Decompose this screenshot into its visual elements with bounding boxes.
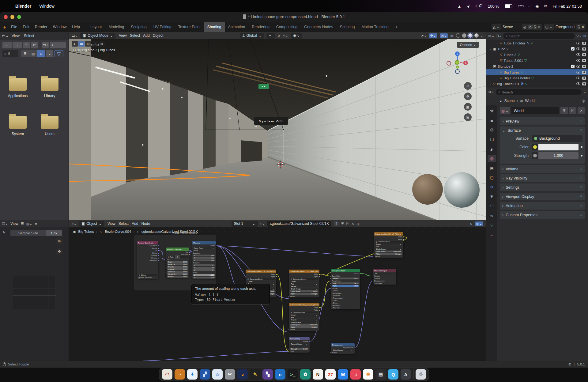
outliner-item-label[interactable]: Tubes 2 [503, 53, 516, 57]
scene-users-count[interactable]: 2 [528, 25, 533, 29]
node-row-subsurface[interactable]: › Subsurface [331, 292, 360, 294]
output-socket[interactable] [158, 248, 159, 249]
shading-wireframe-button[interactable] [456, 33, 460, 38]
expand-chevron-icon[interactable]: › [496, 77, 499, 80]
panel-grip-icon[interactable]: ⠿ [580, 186, 582, 189]
dock-app-safari[interactable]: ✦ [187, 369, 198, 380]
viewport-3d[interactable]: ⬓⌄ ▣Object Mode⌄ ViewSelectAddObject ⟂Gl… [69, 32, 486, 220]
node-row-thin-film[interactable]: › Thin Film [331, 307, 360, 309]
hide-viewport-toggle[interactable] [576, 42, 580, 44]
chevron-left-icon[interactable]: ‹ [529, 4, 530, 9]
properties-editor-icon[interactable]: ⚙⌄ [488, 90, 494, 94]
input-socket[interactable] [165, 259, 167, 260]
menu-help[interactable]: Help [69, 25, 83, 29]
disable-render-toggle[interactable] [582, 53, 586, 56]
output-socket[interactable] [158, 255, 159, 256]
tab-animation[interactable]: Animation [225, 22, 249, 32]
gizmo-x-axis[interactable]: X [463, 61, 468, 65]
node-row-rotation[interactable]: Rotation [192, 262, 216, 264]
vlc-icon[interactable]: ▲ [457, 4, 461, 9]
shading-options-dropdown[interactable]: ⌄ [481, 34, 483, 38]
xray-toggle[interactable]: ▥ [450, 34, 453, 38]
properties-search-input[interactable]: ⌕Search [496, 89, 582, 95]
copy-icon[interactable]: ⎘ [534, 25, 537, 29]
tab-modeling[interactable]: Modeling [105, 22, 127, 32]
node-row-volume[interactable]: Volume [373, 277, 396, 280]
collection-checkbox[interactable]: ✓ [571, 65, 575, 68]
scene-name[interactable]: Scene [501, 24, 522, 30]
node-row-scale[interactable]: Scale1.000 [166, 261, 189, 263]
node-row-emission[interactable]: › Emission [331, 304, 360, 307]
material-slot-selector[interactable]: Slot 1⌄ [232, 221, 258, 227]
select-circle-tool-button[interactable]: ⊞ [85, 41, 91, 47]
input-socket[interactable] [330, 352, 332, 354]
input-socket[interactable] [288, 296, 290, 297]
node-row-color[interactable]: Color [374, 236, 403, 238]
datablock-ref-field[interactable]: ▤Poli...7 [167, 256, 188, 258]
tab-geometry-nodes[interactable]: Geometry Nodes [301, 22, 336, 32]
gizmos-toggle[interactable]: ✛⌄ [429, 33, 437, 38]
node-row-single-image[interactable]: Single Image⌄ [289, 321, 319, 323]
node-row-scale[interactable]: Scale [192, 271, 216, 274]
value-field[interactable]: Z0° [193, 269, 215, 271]
input-socket[interactable] [165, 264, 167, 265]
panel-grip-icon[interactable]: ⠿ [580, 168, 582, 171]
value-field[interactable]: Scale1.000 [167, 261, 188, 263]
panel-header[interactable]: ›Volume⠿ [502, 165, 582, 173]
editor-type-icon[interactable]: ❏⌄ [2, 222, 8, 226]
node-row-x[interactable]: X0° [192, 264, 216, 267]
node-row-specular[interactable]: › Specular [331, 294, 360, 297]
input-socket[interactable] [165, 274, 167, 275]
node-header[interactable]: Displacement [331, 343, 355, 346]
properties-tab-view-layer[interactable]: ❏ [488, 136, 496, 143]
shader-menu-node[interactable]: Node [140, 221, 151, 226]
input-socket[interactable] [165, 271, 167, 273]
node-row-repeat[interactable]: Repeat⌄ [289, 285, 319, 288]
outliner-row[interactable]: ›▽Tubes 2▽ [486, 52, 588, 58]
outliner-item-label[interactable]: Tubes 2.001 [503, 59, 523, 62]
node-row-strength[interactable]: Strength1.000 [289, 348, 310, 350]
shading-material-button[interactable] [468, 33, 473, 38]
properties-tab-render[interactable]: ◙ [488, 117, 496, 124]
node-row-flat[interactable]: Flat⌄ [289, 316, 319, 319]
value-field[interactable]: Strength1.000 [290, 348, 308, 350]
node-header[interactable]: Mapping [192, 241, 216, 244]
node-row-aspect-r-[interactable]: Aspect R...1.000 [166, 263, 189, 266]
node-row-vector[interactable]: Vector [192, 244, 216, 247]
node-row-linear[interactable]: Linear⌄ [289, 280, 319, 283]
input-socket[interactable] [288, 348, 290, 350]
node-row-type-point[interactable]: Type: Point⌄ [192, 247, 216, 249]
disable-render-toggle[interactable] [582, 42, 586, 45]
outliner-item-label[interactable]: Tube 1 holder [503, 41, 525, 45]
node-row-object-space[interactable]: Object Space⌄ [331, 349, 355, 351]
display-detail-button[interactable]: ▤ [29, 50, 37, 57]
disable-render-toggle[interactable] [582, 65, 586, 68]
node-row-color-space[interactable]: Color SpacesRGB [289, 290, 319, 293]
select-box-tool-button[interactable]: ▦ [78, 41, 85, 47]
node-row-alpha[interactable]: AlphaStraight [289, 326, 319, 328]
node-row-uv[interactable]: UV [166, 251, 189, 253]
unlink-button[interactable]: ✕ [578, 107, 585, 114]
image-editor-view-menu[interactable]: View [10, 221, 18, 226]
breadcrumb-scene[interactable]: Scene [504, 99, 515, 103]
tab-shading[interactable]: Shading [204, 22, 225, 32]
input-socket[interactable] [372, 275, 374, 277]
dock-trash[interactable]: ♲ [416, 369, 426, 380]
output-socket[interactable] [158, 252, 159, 254]
folder-users[interactable]: Users [34, 116, 66, 136]
output-socket[interactable] [158, 257, 159, 259]
display-thumbnail-button[interactable]: ⊞ [37, 50, 45, 57]
outliner-item-label[interactable]: Big Tubes [503, 70, 519, 74]
node-row-single-image[interactable]: Single Image⌄ [374, 248, 403, 250]
play-icon[interactable]: ◉ [535, 4, 539, 9]
output-socket[interactable] [158, 250, 159, 252]
show-gizmo-dropdown[interactable]: ➤⌄ [421, 34, 427, 38]
file-search-input[interactable]: ⌕S [2, 50, 18, 57]
expand-chevron-icon[interactable]: › [496, 53, 499, 56]
dock-app-firefox[interactable]: ◕ [237, 369, 248, 380]
input-socket[interactable] [330, 283, 332, 284]
dropdown-field[interactable]: Tangent Space⌄ [290, 343, 308, 345]
output-socket[interactable] [403, 239, 404, 240]
value-field[interactable]: AlphaStraight [290, 293, 318, 295]
dropdown-field[interactable]: All⌄ [374, 273, 395, 275]
